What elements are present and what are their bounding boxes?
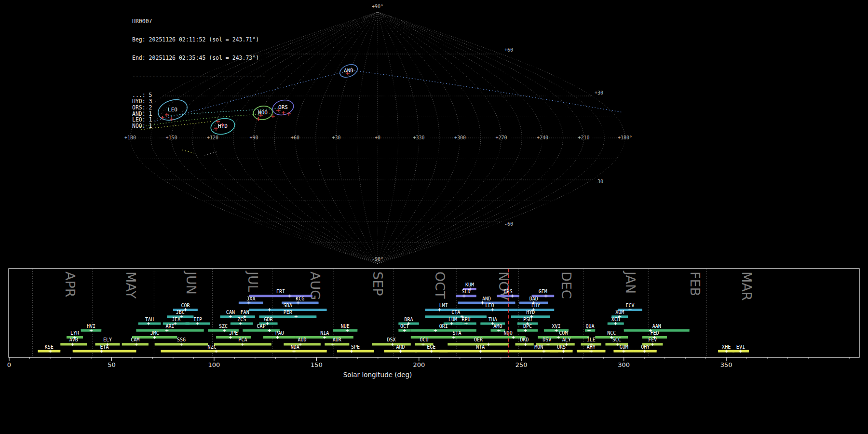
shower-label-NTA: NTA bbox=[476, 344, 485, 350]
radiant-label-ORS: ORS bbox=[278, 104, 288, 110]
shower-bar-SPE bbox=[337, 350, 374, 353]
shower-bar-URS bbox=[550, 350, 573, 353]
lat-label: +60 bbox=[504, 47, 513, 53]
shower-bar-SLD bbox=[456, 295, 476, 297]
count-line: ORS: 2 bbox=[132, 105, 266, 111]
shower-bar-NUE bbox=[333, 329, 357, 332]
lon-label: +0 bbox=[375, 135, 380, 140]
shower-label-NUE: NUE bbox=[341, 324, 350, 329]
shower-label-AND: AND bbox=[482, 296, 491, 301]
shower-label-DAD: DAD bbox=[529, 296, 538, 301]
lon-label: +90 bbox=[249, 135, 258, 140]
shower-bar-AUD bbox=[284, 343, 320, 345]
shower-label-HVI: HVI bbox=[87, 324, 95, 329]
shower-label-GEM: GEM bbox=[539, 289, 547, 294]
shower-label-ILE: ILE bbox=[587, 337, 596, 342]
meteor-observation-screen: LEOHYDNOOORSAND +90°-90°+180+150+120+90+… bbox=[0, 0, 868, 434]
lon-label: +180° bbox=[618, 135, 632, 140]
tick-label: 100 bbox=[208, 361, 220, 368]
shower-label-ERI: ERI bbox=[276, 289, 285, 294]
shower-label-ARD: ARD bbox=[396, 344, 405, 350]
shower-label-NDA: NDA bbox=[291, 344, 299, 350]
shower-label-XVI: XVI bbox=[552, 324, 560, 329]
pole-label-bottom: -90° bbox=[372, 257, 383, 262]
shower-bar-ORS bbox=[497, 295, 519, 297]
x-axis-title: Solar longitude (deg) bbox=[343, 371, 412, 379]
shower-label-LUM: LUM bbox=[448, 317, 457, 322]
meteor-track bbox=[204, 151, 218, 155]
shower-label-AUR: AUR bbox=[333, 337, 342, 342]
month-label-FEB: FEB bbox=[688, 271, 703, 296]
shower-label-ORI: ORI bbox=[439, 324, 448, 329]
month-label-SEP: SEP bbox=[370, 271, 385, 296]
shower-bar-ARI bbox=[136, 329, 203, 332]
shower-bar-DPC bbox=[517, 329, 538, 332]
shower-label-IIP: IIP bbox=[193, 317, 202, 322]
shower-label-SZC: SZC bbox=[219, 324, 228, 329]
tick-label: 200 bbox=[413, 361, 425, 368]
shower-label-QUA: QUA bbox=[586, 324, 595, 329]
month-label-JUL: JUL bbox=[245, 271, 260, 292]
shower-label-LEO: LEO bbox=[485, 303, 494, 308]
shower-label-PCA: PCA bbox=[238, 337, 247, 342]
shower-label-AVB: AVB bbox=[69, 337, 78, 342]
meteor-track bbox=[182, 150, 195, 153]
obs-end: End: 20251126 02:35:45 (sol = 243.73°) bbox=[132, 55, 266, 61]
shower-label-JEA: JEA bbox=[172, 317, 180, 322]
tick-label: 150 bbox=[311, 361, 323, 368]
shower-label-KUM: KUM bbox=[465, 282, 474, 287]
shower-label-STA: STA bbox=[452, 330, 461, 336]
shower-label-SCC: SCC bbox=[612, 337, 621, 342]
shower-label-PER: PER bbox=[284, 310, 293, 315]
shower-label-FAN: FAN bbox=[241, 310, 249, 315]
month-label-JUN: JUN bbox=[184, 271, 199, 295]
shower-label-ORS: ORS bbox=[504, 289, 513, 294]
station-id: HR0007 bbox=[132, 18, 266, 25]
shower-label-EVI: EVI bbox=[736, 344, 745, 350]
lon-label: +300 bbox=[454, 135, 466, 140]
shower-label-ECV: ECV bbox=[625, 303, 634, 308]
shower-label-TAH: TAH bbox=[145, 317, 154, 322]
shower-label-DRA: DRA bbox=[405, 317, 413, 322]
meteor-track bbox=[352, 70, 623, 112]
radiant-label-AND: AND bbox=[344, 68, 353, 74]
lat-label: +30 bbox=[595, 90, 603, 95]
shower-bar-PAU bbox=[263, 336, 296, 339]
lat-label: -30 bbox=[595, 179, 603, 184]
shower-label-PAU: PAU bbox=[275, 330, 284, 336]
shower-label-DSV: DSV bbox=[542, 337, 551, 342]
shower-label-OHY: OHY bbox=[641, 344, 650, 350]
grid-meridian bbox=[378, 12, 439, 264]
count-line: HYD: 3 bbox=[132, 98, 266, 105]
shower-label-CAM: CAM bbox=[131, 337, 139, 342]
shower-count-list: ...: 5HYD: 3ORS: 2AND: 1LEO: 1NOO: 1 bbox=[132, 92, 266, 98]
lon-label: +330 bbox=[413, 135, 424, 140]
grid-meridian bbox=[378, 12, 398, 264]
lon-label: +270 bbox=[495, 135, 507, 140]
month-label-JAN: JAN bbox=[623, 271, 638, 294]
shower-bar-AUR bbox=[325, 343, 349, 345]
shower-label-RPU: RPU bbox=[461, 317, 470, 322]
lon-label: +210 bbox=[578, 135, 589, 140]
shower-label-SLD: SLD bbox=[461, 289, 470, 294]
shower-label-FED: FED bbox=[650, 330, 659, 336]
month-label-DEC: DEC bbox=[559, 271, 574, 299]
shower-label-XCB: XCB bbox=[611, 317, 620, 322]
shower-label-XHE: XHE bbox=[722, 344, 731, 350]
shower-label-AUD: AUD bbox=[298, 337, 307, 342]
shower-label-SDA: SDA bbox=[284, 303, 292, 308]
shower-label-FEV: FEV bbox=[648, 337, 657, 342]
shower-label-JBC: JBC bbox=[176, 310, 185, 315]
grid-meridian bbox=[316, 12, 378, 264]
shower-label-GUM: GUM bbox=[620, 344, 628, 350]
shower-bar-ORI bbox=[411, 329, 476, 332]
count-line: NOO: 1 bbox=[132, 123, 266, 129]
shower-label-AMO: AMO bbox=[493, 324, 502, 329]
tick-label: 350 bbox=[720, 361, 732, 368]
month-label-MAY: MAY bbox=[123, 271, 138, 299]
pole-label-top: +90° bbox=[372, 4, 383, 9]
obs-begin: Beg: 20251126 02:11:52 (sol = 243.71°) bbox=[132, 37, 266, 43]
shower-label-ZCS: ZCS bbox=[237, 317, 246, 322]
shower-label-JXA: JXA bbox=[246, 296, 255, 301]
shower-label-AHY: AHY bbox=[587, 344, 596, 350]
